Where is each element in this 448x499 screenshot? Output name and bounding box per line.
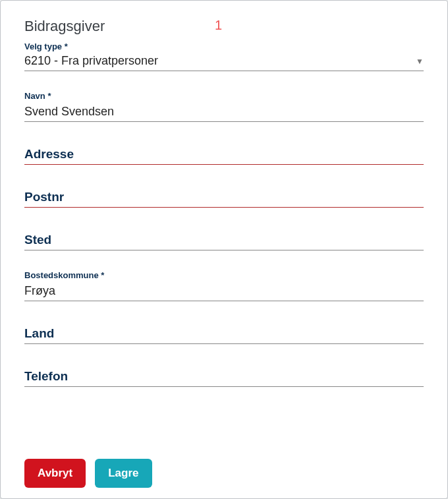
name-field: Navn * bbox=[24, 91, 424, 122]
municipality-field: Bostedskommune * bbox=[24, 270, 424, 301]
dialog-footer: Avbryt Lagre bbox=[1, 459, 447, 492]
dialog: Bidragsgiver 1 Velg type * 6210 - Fra pr… bbox=[0, 0, 448, 499]
type-field: Velg type * 6210 - Fra privatpersoner ▼ bbox=[24, 42, 424, 71]
municipality-input[interactable] bbox=[24, 283, 424, 301]
save-button[interactable]: Lagre bbox=[95, 459, 152, 488]
form-scroll-area[interactable]: Velg type * 6210 - Fra privatpersoner ▼ … bbox=[1, 42, 447, 459]
chevron-down-icon: ▼ bbox=[416, 57, 424, 66]
name-label: Navn * bbox=[24, 91, 424, 101]
name-input[interactable] bbox=[24, 103, 424, 122]
cancel-button[interactable]: Avbryt bbox=[24, 459, 86, 488]
municipality-label: Bostedskommune * bbox=[24, 270, 424, 280]
land-field[interactable]: Land bbox=[24, 326, 424, 344]
dialog-title: Bidragsgiver bbox=[24, 18, 105, 34]
telefon-field[interactable]: Telefon bbox=[24, 369, 424, 387]
type-label: Velg type * bbox=[24, 42, 424, 51]
address-field[interactable]: Adresse bbox=[24, 147, 424, 165]
scroll-spacer bbox=[24, 407, 424, 459]
type-select[interactable]: 6210 - Fra privatpersoner ▼ bbox=[24, 54, 424, 71]
postnr-field[interactable]: Postnr bbox=[24, 190, 424, 208]
sted-field[interactable]: Sted bbox=[24, 233, 424, 250]
dialog-header: Bidragsgiver 1 bbox=[1, 7, 447, 42]
type-select-value: 6210 - Fra privatpersoner bbox=[24, 54, 158, 68]
header-badge: 1 bbox=[215, 18, 222, 33]
